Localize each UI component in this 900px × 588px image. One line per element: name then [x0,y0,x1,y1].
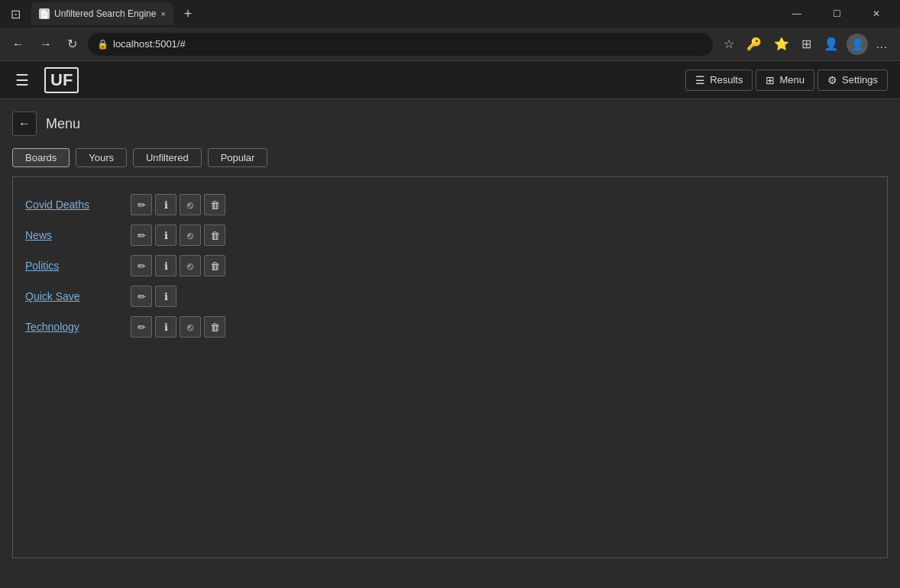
tab-yours[interactable]: Yours [76,148,127,167]
edit-icon: ✏ [138,260,146,272]
delete-covid-deaths-btn[interactable]: 🗑 [204,194,225,215]
settings-gear-icon: ⚙ [827,74,837,86]
share-technology-btn[interactable]: ⎋ [180,316,201,338]
close-btn[interactable]: ✕ [859,0,894,27]
trash-icon: 🗑 [210,260,220,272]
tab-title: Unfiltered Search Engine [54,8,156,19]
sidebar-toggle-btn[interactable]: ⊡ [6,4,25,24]
tab-close-btn[interactable]: × [160,9,165,18]
table-row: Politics ✏ ℹ ⎋ 🗑 [25,250,875,281]
info-icon: ℹ [164,260,168,272]
back-btn[interactable]: ← [12,111,37,136]
edit-icon: ✏ [138,199,146,211]
collections-icon[interactable]: ⊞ [797,34,816,54]
edit-icon: ✏ [138,230,146,241]
info-icon: ℹ [164,321,168,333]
edit-politics-btn[interactable]: ✏ [131,255,152,276]
delete-news-btn[interactable]: 🗑 [204,225,225,246]
board-actions-technology: ✏ ℹ ⎋ 🗑 [131,316,225,338]
results-label: Results [710,74,743,86]
edit-covid-deaths-btn[interactable]: ✏ [131,194,152,215]
menu-header: ← Menu [12,111,888,136]
board-name-technology[interactable]: Technology [25,321,125,333]
share-icon: ⎋ [187,260,193,272]
favorites-icon[interactable]: ☆ [719,34,739,54]
info-icon: ℹ [164,291,168,302]
settings-label: Settings [842,74,878,86]
maximize-btn[interactable]: ☐ [819,0,854,27]
board-name-politics[interactable]: Politics [25,260,125,272]
minimize-btn[interactable]: — [779,0,814,27]
table-row: Covid Deaths ✏ ℹ ⎋ 🗑 [25,189,875,220]
refresh-nav-btn[interactable]: ↻ [63,34,82,54]
board-name-news[interactable]: News [25,229,125,241]
trash-icon: 🗑 [210,199,220,211]
star-icon[interactable]: ⭐ [769,34,794,54]
menu-grid-icon: ⊞ [766,74,775,86]
menu-title: Menu [46,116,80,132]
board-actions-politics: ✏ ℹ ⎋ 🗑 [131,255,225,276]
address-input-wrap: 🔒 [88,33,713,56]
share-icon: ⎋ [187,321,193,333]
more-options-btn[interactable]: … [871,34,892,54]
tab-popular[interactable]: Popular [208,148,268,167]
menu-tabs: Boards Yours Unfiltered Popular [12,148,888,167]
delete-technology-btn[interactable]: 🗑 [204,316,225,338]
menu-label: Menu [779,74,804,86]
page-content: ← Menu Boards Yours Unfiltered Popular C… [0,99,900,570]
results-list-icon: ☰ [695,74,705,86]
back-nav-btn[interactable]: ← [8,34,29,54]
lock-icon: 🔒 [97,39,108,50]
trash-icon: 🗑 [210,321,220,333]
results-btn[interactable]: ☰ Results [685,69,753,91]
info-technology-btn[interactable]: ℹ [155,316,176,338]
browser-toolbar-icons: ☆ 🔑 ⭐ ⊞ 👤 👤 … [719,34,892,55]
board-actions-covid-deaths: ✏ ℹ ⎋ 🗑 [131,194,225,215]
table-row: Technology ✏ ℹ ⎋ 🗑 [25,312,875,342]
forward-nav-btn[interactable]: → [35,34,57,54]
new-tab-btn[interactable]: + [180,5,197,24]
browser-tab-active[interactable]: 📄 Unfiltered Search Engine × [31,2,173,25]
address-input[interactable] [113,38,704,50]
share-icon: ⎋ [187,230,193,241]
board-actions-quick-save: ✏ ℹ [131,286,176,307]
share-icon: ⎋ [187,199,193,211]
table-row: News ✏ ℹ ⎋ 🗑 [25,220,875,250]
tab-unfiltered[interactable]: Unfiltered [133,148,202,167]
browser-title-bar: ⊡ 📄 Unfiltered Search Engine × + — ☐ ✕ [0,0,900,27]
app-logo: UF [44,67,79,93]
boards-container: Covid Deaths ✏ ℹ ⎋ 🗑 News [12,176,888,558]
board-name-covid-deaths[interactable]: Covid Deaths [25,199,125,211]
info-news-btn[interactable]: ℹ [155,225,176,246]
board-name-quick-save[interactable]: Quick Save [25,290,125,302]
delete-politics-btn[interactable]: 🗑 [204,255,225,276]
info-quick-save-btn[interactable]: ℹ [155,286,176,307]
info-politics-btn[interactable]: ℹ [155,255,176,276]
info-covid-deaths-btn[interactable]: ℹ [155,194,176,215]
share-icon[interactable]: 👤 [819,34,843,54]
edit-news-btn[interactable]: ✏ [131,225,152,246]
edit-icon: ✏ [138,321,146,333]
address-bar: ← → ↻ 🔒 ☆ 🔑 ⭐ ⊞ 👤 👤 … [0,27,900,61]
key-icon[interactable]: 🔑 [742,34,766,54]
info-icon: ℹ [164,230,168,241]
board-actions-news: ✏ ℹ ⎋ 🗑 [131,225,225,246]
edit-icon: ✏ [138,291,146,302]
profile-avatar[interactable]: 👤 [847,34,868,55]
table-row: Quick Save ✏ ℹ [25,281,875,312]
edit-quick-save-btn[interactable]: ✏ [131,286,152,307]
tab-favicon: 📄 [39,8,50,19]
trash-icon: 🗑 [210,230,220,241]
window-controls: — ☐ ✕ [779,0,894,27]
app-header-right: ☰ Results ⊞ Menu ⚙ Settings [685,69,888,91]
settings-btn[interactable]: ⚙ Settings [817,69,888,91]
edit-technology-btn[interactable]: ✏ [131,316,152,338]
share-covid-deaths-btn[interactable]: ⎋ [180,194,201,215]
app-header: ☰ UF ☰ Results ⊞ Menu ⚙ Settings [0,61,900,99]
share-news-btn[interactable]: ⎋ [180,225,201,246]
tab-boards[interactable]: Boards [12,148,70,167]
info-icon: ℹ [164,199,168,211]
menu-btn[interactable]: ⊞ Menu [756,69,814,91]
hamburger-menu-btn[interactable]: ☰ [12,68,32,92]
share-politics-btn[interactable]: ⎋ [180,255,201,276]
